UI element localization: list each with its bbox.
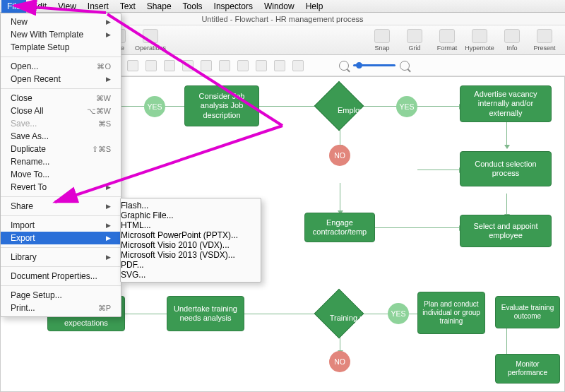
menu-item-print-[interactable]: Print...⌘P	[1, 302, 121, 314]
tool-icon[interactable]	[127, 60, 138, 71]
tool-icon[interactable]	[182, 60, 194, 71]
submenu-item-pdf-[interactable]: PDF...	[121, 260, 261, 270]
tool-icon[interactable]	[274, 60, 285, 71]
submenu-item-svg-[interactable]: SVG...	[121, 270, 261, 280]
box-undertake[interactable]: Undertake training needs analysis	[167, 296, 244, 331]
menu-item-page-setup-[interactable]: Page Setup...	[1, 289, 121, 302]
tool-icon[interactable]	[256, 60, 267, 71]
box-consider[interactable]: Consider Job analysis Job description	[184, 85, 259, 126]
box-monitor[interactable]: Monitor performance	[495, 354, 560, 384]
menu-window[interactable]: Window	[258, 0, 300, 13]
chip-no: NO	[329, 351, 350, 372]
menu-text[interactable]: Text	[114, 0, 141, 13]
menu-item-close-all[interactable]: Close All⌥⌘W	[1, 105, 121, 117]
zoom-in-icon[interactable]	[400, 61, 410, 71]
menu-help[interactable]: Help	[300, 0, 329, 13]
tool-format[interactable]: Format	[432, 29, 462, 52]
submenu-item-microsoft-visio-2010-vdx-[interactable]: Microsoft Visio 2010 (VDX)...	[121, 240, 261, 250]
submenu-item-flash-[interactable]: Flash...	[121, 201, 261, 210]
menu-item-rename-[interactable]: Rename...	[1, 155, 121, 168]
box-evaluate[interactable]: Evaluate training outcome	[495, 296, 560, 328]
menu-item-save-as-[interactable]: Save As...	[1, 130, 121, 143]
zoom-out-icon[interactable]	[339, 61, 349, 71]
submenu-item-graphic-file-[interactable]: Graphic File...	[121, 210, 261, 220]
menu-item-export[interactable]: Export▶	[1, 232, 121, 244]
diamond-employ-staff[interactable]: Employ staff?	[314, 81, 364, 131]
tool-present[interactable]: Present	[530, 29, 559, 52]
menu-insert[interactable]: Insert	[82, 0, 114, 13]
menu-inspectors[interactable]: Inspectors	[208, 0, 258, 13]
submenu-item-html-[interactable]: HTML...	[121, 220, 261, 230]
tool-snap[interactable]: Snap	[367, 29, 397, 52]
menu-item-duplicate[interactable]: Duplicate⇧⌘S	[1, 143, 121, 155]
zoom-slider[interactable]	[353, 64, 396, 66]
submenu-item-microsoft-visio-2013-vsdx-[interactable]: Microsoft Visio 2013 (VSDX)...	[121, 250, 261, 260]
connector	[506, 121, 507, 145]
menu-shape[interactable]: Shape	[141, 0, 177, 13]
tool-icon[interactable]	[292, 60, 304, 71]
box-advertise[interactable]: Advertise vacancy internally and/or exte…	[460, 85, 552, 122]
connector	[506, 194, 507, 215]
menu-item-save-: Save...⌘S	[1, 117, 121, 130]
tool-icon[interactable]	[164, 60, 175, 71]
menu-tools[interactable]: Tools	[177, 0, 208, 13]
chip-yes: YES	[388, 303, 409, 324]
menu-item-new-with-template[interactable]: New With Template▶	[1, 28, 121, 41]
diamond-training[interactable]: Training required?	[314, 289, 364, 339]
zoom-controls	[339, 61, 410, 71]
menu-file[interactable]: File	[1, 0, 26, 13]
connector	[417, 170, 460, 170]
tool-grid[interactable]: Grid	[400, 29, 429, 52]
menu-item-document-properties-[interactable]: Document Properties...	[1, 270, 121, 283]
menu-item-revert-to[interactable]: Revert To▶	[1, 181, 121, 194]
tool-icon[interactable]	[201, 60, 212, 71]
tool-info[interactable]: Info	[497, 29, 527, 52]
menu-item-new[interactable]: New▶	[1, 16, 121, 28]
menubar: FileEditViewInsertTextShapeToolsInspecto…	[0, 0, 565, 13]
diamond-text: Training required?	[326, 314, 396, 322]
menu-item-open-recent[interactable]: Open Recent▶	[1, 73, 121, 85]
connector	[340, 183, 340, 211]
menu-item-library[interactable]: Library▶	[1, 251, 121, 263]
chip-yes: YES	[144, 96, 165, 117]
chip-no: NO	[329, 145, 350, 166]
tool-icon[interactable]	[219, 60, 230, 71]
box-select-appoint[interactable]: Select and appoint employee	[460, 215, 552, 247]
file-menu-dropdown[interactable]: New▶New With Template▶Template SetupOpen…	[0, 13, 121, 317]
tool-operations[interactable]: Operations	[136, 29, 165, 52]
menu-view[interactable]: View	[52, 0, 82, 13]
connector	[375, 227, 460, 228]
menu-item-share[interactable]: Share▶	[1, 200, 121, 213]
box-conduct-selection[interactable]: Conduct selection process	[460, 151, 552, 186]
chip-yes: YES	[396, 96, 417, 117]
menu-item-close[interactable]: Close⌘W	[1, 92, 121, 105]
tool-icon[interactable]	[237, 60, 249, 71]
box-engage[interactable]: Engage contractor/temp	[304, 213, 375, 242]
submenu-item-microsoft-powerpoint-pptx-[interactable]: Microsoft PowerPoint (PPTX)...	[121, 230, 261, 240]
tool-icon[interactable]	[145, 60, 157, 71]
diamond-text: Employ staff?	[326, 106, 396, 114]
box-plan-conduct[interactable]: Plan and conduct individual or group tra…	[417, 292, 485, 334]
menu-edit[interactable]: Edit	[26, 0, 52, 13]
menu-item-template-setup[interactable]: Template Setup	[1, 41, 121, 54]
tool-hypernote[interactable]: Hypernote	[465, 29, 494, 52]
menu-item-move-to-[interactable]: Move To...	[1, 168, 121, 181]
menu-item-open-[interactable]: Open...⌘O	[1, 60, 121, 73]
menu-item-import[interactable]: Import▶	[1, 219, 121, 232]
export-submenu[interactable]: Flash...Graphic File...HTML...Microsoft …	[120, 198, 261, 283]
